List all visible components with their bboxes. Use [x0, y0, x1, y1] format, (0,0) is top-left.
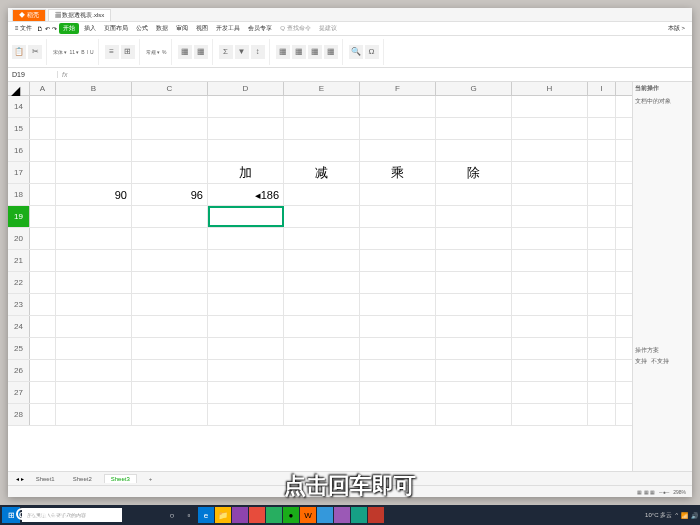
cell-H14[interactable]	[512, 96, 588, 117]
cell-B20[interactable]	[56, 228, 132, 249]
col-G[interactable]: G	[436, 82, 512, 95]
merge-icon[interactable]: ⊞	[121, 45, 135, 59]
cell-C19[interactable]	[132, 206, 208, 227]
cell-C20[interactable]	[132, 228, 208, 249]
cell-B21[interactable]	[56, 250, 132, 271]
cell-G26[interactable]	[436, 360, 512, 381]
ribbon-more[interactable]: 本版 >	[665, 23, 688, 34]
cell-F16[interactable]	[360, 140, 436, 161]
cell-F27[interactable]	[360, 382, 436, 403]
cell-D21[interactable]	[208, 250, 284, 271]
cell-I19[interactable]	[588, 206, 616, 227]
font-size[interactable]: 11 ▾	[69, 49, 79, 55]
cell-I20[interactable]	[588, 228, 616, 249]
cell-H27[interactable]	[512, 382, 588, 403]
menu-insert[interactable]: 插入	[81, 23, 99, 34]
cell-C28[interactable]	[132, 404, 208, 425]
task-pin6[interactable]	[317, 507, 333, 523]
cell-G14[interactable]	[436, 96, 512, 117]
cell-F21[interactable]	[360, 250, 436, 271]
cell-C24[interactable]	[132, 316, 208, 337]
task-pin7[interactable]	[334, 507, 350, 523]
col-A[interactable]: A	[30, 82, 56, 95]
tray-vol-icon[interactable]: 🔊	[691, 512, 698, 519]
side-yes[interactable]: 支持	[635, 357, 647, 366]
row-header-20[interactable]: 20	[8, 228, 30, 249]
menu-start[interactable]: 开始	[59, 23, 79, 34]
task-pin1[interactable]	[232, 507, 248, 523]
cell-B17[interactable]	[56, 162, 132, 183]
row-col-icon[interactable]: ▦	[292, 45, 306, 59]
cell-E27[interactable]	[284, 382, 360, 403]
task-wechat[interactable]: ●	[283, 507, 299, 523]
cell-B24[interactable]	[56, 316, 132, 337]
cell-B16[interactable]	[56, 140, 132, 161]
cell-F15[interactable]	[360, 118, 436, 139]
cell-C25[interactable]	[132, 338, 208, 359]
task-cortana[interactable]: ○	[164, 507, 180, 523]
freeze-icon[interactable]: ▦	[324, 45, 338, 59]
undo-icon[interactable]: ↶	[45, 25, 50, 32]
font-select[interactable]: 宋体 ▾	[53, 49, 67, 55]
cell-D26[interactable]	[208, 360, 284, 381]
worksheet-icon[interactable]: ▦	[308, 45, 322, 59]
cell-G28[interactable]	[436, 404, 512, 425]
row-header-15[interactable]: 15	[8, 118, 30, 139]
row-header-17[interactable]: 17	[8, 162, 30, 183]
menu-member[interactable]: 会员专享	[245, 23, 275, 34]
cell-D23[interactable]	[208, 294, 284, 315]
cell-E19[interactable]	[284, 206, 360, 227]
side-no[interactable]: 不支持	[651, 357, 669, 366]
cell-I24[interactable]	[588, 316, 616, 337]
format-icon[interactable]: 常规 ▾	[146, 49, 160, 55]
select-all-corner[interactable]: ◢	[8, 82, 30, 95]
cell-C14[interactable]	[132, 96, 208, 117]
cell-G17[interactable]: 除	[436, 162, 512, 183]
row-header-18[interactable]: 18	[8, 184, 30, 205]
sum-icon[interactable]: Σ	[219, 45, 233, 59]
cell-H21[interactable]	[512, 250, 588, 271]
cell-A25[interactable]	[30, 338, 56, 359]
cell-F28[interactable]	[360, 404, 436, 425]
paste-icon[interactable]: 📋	[12, 45, 26, 59]
cell-F19[interactable]	[360, 206, 436, 227]
cell-F14[interactable]	[360, 96, 436, 117]
cell-F23[interactable]	[360, 294, 436, 315]
cell-G24[interactable]	[436, 316, 512, 337]
cell-D15[interactable]	[208, 118, 284, 139]
cell-E20[interactable]	[284, 228, 360, 249]
cell-E14[interactable]	[284, 96, 360, 117]
cell-D27[interactable]	[208, 382, 284, 403]
cell-E26[interactable]	[284, 360, 360, 381]
row-header-19[interactable]: 19	[8, 206, 30, 227]
menu-search[interactable]: Q 查找命令	[277, 23, 313, 34]
cell-E22[interactable]	[284, 272, 360, 293]
cell-H18[interactable]	[512, 184, 588, 205]
task-edge[interactable]: e	[198, 507, 214, 523]
menu-formula[interactable]: 公式	[133, 23, 151, 34]
cell-C16[interactable]	[132, 140, 208, 161]
cell-A17[interactable]	[30, 162, 56, 183]
cell-A19[interactable]	[30, 206, 56, 227]
cell-B15[interactable]	[56, 118, 132, 139]
col-C[interactable]: C	[132, 82, 208, 95]
col-H[interactable]: H	[512, 82, 588, 95]
cell-G25[interactable]	[436, 338, 512, 359]
cell-A23[interactable]	[30, 294, 56, 315]
task-pin2[interactable]	[249, 507, 265, 523]
sort-icon[interactable]: ↕	[251, 45, 265, 59]
menu-data[interactable]: 数据	[153, 23, 171, 34]
cell-E23[interactable]	[284, 294, 360, 315]
row-header-21[interactable]: 21	[8, 250, 30, 271]
cell-H23[interactable]	[512, 294, 588, 315]
cut-icon[interactable]: ✂	[28, 45, 42, 59]
cell-B26[interactable]	[56, 360, 132, 381]
cell-A14[interactable]	[30, 96, 56, 117]
row-header-28[interactable]: 28	[8, 404, 30, 425]
cell-C21[interactable]	[132, 250, 208, 271]
row-header-26[interactable]: 26	[8, 360, 30, 381]
cell-I25[interactable]	[588, 338, 616, 359]
cell-F25[interactable]	[360, 338, 436, 359]
cell-D22[interactable]	[208, 272, 284, 293]
cell-A28[interactable]	[30, 404, 56, 425]
